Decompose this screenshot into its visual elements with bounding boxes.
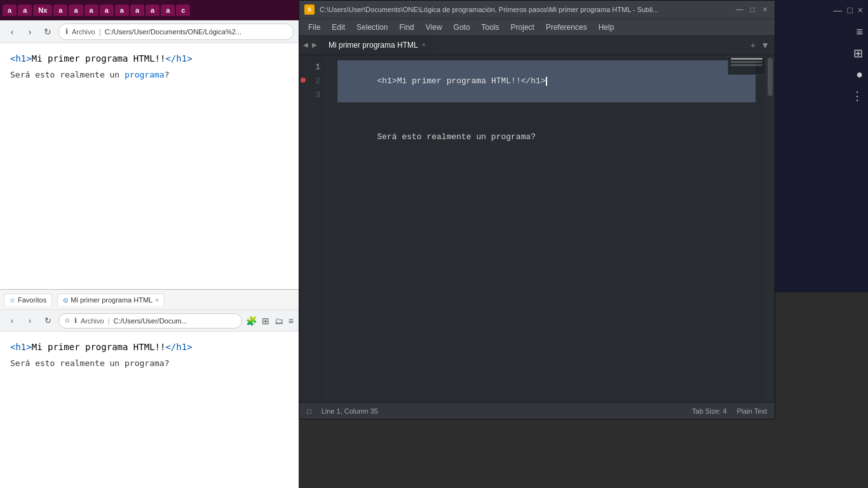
- bb-heading-text: Mi primer programa HTML!!: [32, 342, 166, 352]
- sublime-active-tab[interactable]: Mi primer programa HTML ×: [321, 35, 434, 55]
- text-cursor: [546, 77, 547, 86]
- browser-tab-a7[interactable]: a: [115, 4, 129, 16]
- line-num-text: 1: [315, 62, 320, 72]
- status-position: Line 1, Column 35: [322, 407, 378, 415]
- bb-address-value: C:/Users/User/Docum...: [114, 317, 187, 325]
- right-close-button[interactable]: ×: [858, 5, 863, 15]
- html-body-line: Será esto realmente un programa?: [10, 70, 288, 79]
- browser-top-content: <h1>Mi primer programa HTML!!</h1> Será …: [0, 43, 299, 291]
- sublime-editor: 1 2 3 <h1>Mi primer programa HTML!!</h1>…: [299, 55, 775, 402]
- close-button[interactable]: ×: [761, 5, 770, 14]
- bb-bookmark-icon: ☆: [64, 316, 71, 325]
- bb-address-sep: |: [108, 317, 110, 325]
- tab-overflow-button[interactable]: ▼: [761, 40, 770, 50]
- menu-selection[interactable]: Selection: [351, 22, 393, 33]
- line-number-2: 2: [299, 74, 327, 88]
- browser-tab-c[interactable]: c: [176, 4, 190, 16]
- menu-tools[interactable]: Tools: [477, 22, 505, 33]
- window-right-controls: — □ ×: [775, 0, 868, 20]
- back-button[interactable]: ‹: [5, 25, 19, 39]
- add-tab-button[interactable]: +: [750, 40, 756, 50]
- bb-reload-button[interactable]: ↻: [41, 314, 55, 328]
- tab-close-icon[interactable]: ×: [422, 41, 426, 48]
- bb-body-line: Será esto realmente un programa?: [10, 358, 288, 368]
- tab-right-actions: + ▼: [745, 35, 775, 55]
- tag-h1: h1: [382, 76, 392, 86]
- bottom-tab-favoritos[interactable]: ☆ Favoritos: [4, 294, 52, 306]
- menu-project[interactable]: Project: [506, 22, 539, 33]
- menu-preferences[interactable]: Preferences: [541, 22, 592, 33]
- sublime-text-window: S C:\Users\User\Documents\ONE\Lógica de …: [299, 0, 775, 419]
- address-sep: |: [99, 27, 101, 36]
- grid-view-icon[interactable]: ⊞: [853, 46, 863, 60]
- menu-edit[interactable]: Edit: [327, 22, 350, 33]
- bb-puzzle-icon[interactable]: 🧩: [246, 316, 257, 326]
- browser-tab-a10[interactable]: a: [161, 4, 175, 16]
- tab-next-arrow[interactable]: ▶: [311, 40, 318, 50]
- code-line-2: [337, 102, 756, 116]
- heading-text: Mi primer programa HTML!!: [32, 53, 166, 64]
- bracket-close2: >: [541, 76, 546, 86]
- address-value: C:/Users/User/Documents/ONE/Lógica%2...: [105, 28, 241, 36]
- maximize-button[interactable]: □: [748, 5, 757, 14]
- bb-menu-icon[interactable]: ≡: [288, 316, 294, 326]
- tab-label: a: [74, 6, 78, 14]
- user-avatar-icon[interactable]: ●: [856, 68, 863, 81]
- settings-vert-icon[interactable]: ⋮: [851, 89, 863, 103]
- status-file-icon: □: [307, 407, 311, 415]
- forward-button[interactable]: ›: [23, 25, 37, 39]
- menu-help[interactable]: Help: [593, 22, 620, 33]
- bb-heading-line: <h1>Mi primer programa HTML!!</h1>: [10, 342, 288, 352]
- status-syntax[interactable]: Plain Text: [737, 407, 768, 415]
- bb-forward-button[interactable]: ›: [23, 314, 37, 328]
- tab-label: a: [135, 6, 139, 14]
- status-indent[interactable]: Tab Size: 4: [692, 407, 726, 415]
- bottom-tab-close-icon[interactable]: ×: [155, 297, 159, 304]
- menu-find[interactable]: Find: [394, 22, 419, 33]
- editor-scrollbar[interactable]: [766, 55, 775, 402]
- syntax-text: Plain Text: [737, 407, 768, 415]
- line-number-3: 3: [299, 88, 327, 102]
- tab-label: a: [120, 6, 124, 14]
- html-tab-icon: ⊙: [63, 297, 68, 304]
- hamburger-icon[interactable]: ≡: [856, 25, 863, 39]
- line1-text: Mi primer programa HTML!!: [397, 76, 521, 86]
- address-icon: ℹ: [65, 27, 68, 36]
- address-bar[interactable]: ℹ Archivo | C:/Users/User/Documents/ONE/…: [58, 24, 294, 40]
- editor-content-area[interactable]: <h1>Mi primer programa HTML!!</h1> Será …: [327, 55, 766, 402]
- tab-prev-arrow[interactable]: ◀: [302, 40, 309, 50]
- error-marker: [301, 78, 306, 83]
- favorites-icon: ☆: [10, 297, 15, 304]
- browser-tab-a9[interactable]: a: [146, 4, 159, 16]
- browser-tab-nx[interactable]: Nx: [33, 4, 52, 16]
- minimize-button[interactable]: —: [735, 5, 744, 14]
- tab-nav-arrows: ◀ ▶: [299, 35, 321, 55]
- menu-goto[interactable]: Goto: [449, 22, 475, 33]
- browser-tab-a4[interactable]: a: [69, 4, 83, 16]
- line-num-text: 3: [315, 90, 320, 100]
- browser-bottom-tabbar: ☆ Favoritos ⊙ Mi primer programa HTML ×: [0, 290, 299, 310]
- tab-label: a: [23, 6, 27, 14]
- bb-back-button[interactable]: ‹: [5, 314, 19, 328]
- browser-tab-a1[interactable]: a: [3, 4, 17, 16]
- tag-h1-close: h1: [531, 76, 541, 86]
- browser-bottom-window: ☆ Favoritos ⊙ Mi primer programa HTML × …: [0, 289, 299, 488]
- browser-tab-a5[interactable]: a: [85, 4, 98, 16]
- browser-tab-a8[interactable]: a: [130, 4, 144, 16]
- browser-tab-a6[interactable]: a: [100, 4, 114, 16]
- reload-button[interactable]: ↻: [41, 25, 55, 39]
- tab-label: a: [105, 6, 109, 14]
- bb-grid-icon[interactable]: ⊞: [262, 316, 269, 326]
- menu-view[interactable]: View: [421, 22, 447, 33]
- bb-address-bar[interactable]: ☆ ℹ Archivo | C:/Users/User/Docum...: [58, 313, 242, 329]
- browser-tab-a3[interactable]: a: [53, 4, 67, 16]
- bb-folder-icon[interactable]: 🗂: [275, 316, 283, 326]
- browser-bottom-content: <h1>Mi primer programa HTML!!</h1> Será …: [0, 332, 299, 378]
- menu-file[interactable]: File: [303, 22, 325, 33]
- right-maximize-button[interactable]: □: [847, 5, 852, 15]
- bottom-tab-html[interactable]: ⊙ Mi primer programa HTML ×: [57, 294, 165, 306]
- right-minimize-button[interactable]: —: [833, 5, 842, 15]
- body-link[interactable]: programa: [125, 70, 165, 79]
- tab-label: a: [166, 6, 170, 14]
- browser-tab-a2[interactable]: a: [18, 4, 32, 16]
